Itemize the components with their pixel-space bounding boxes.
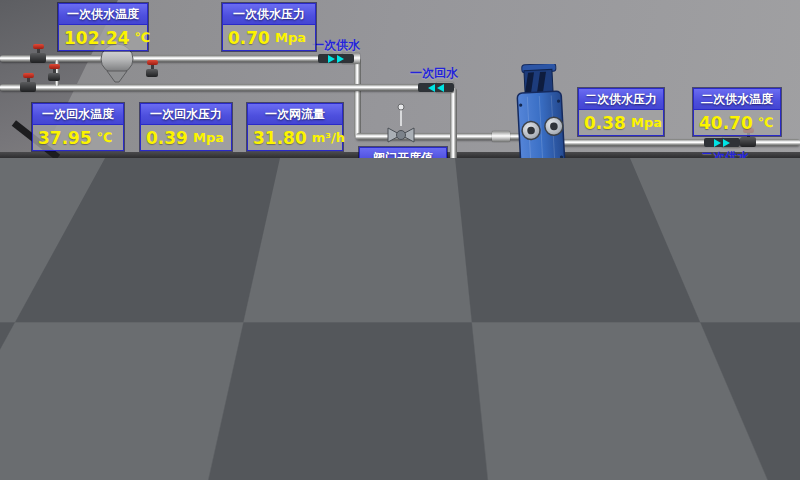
gauge-unit: ℃ <box>760 275 776 290</box>
gauge-value: 0.70 <box>228 28 270 48</box>
manual-valve-icon[interactable] <box>30 44 46 63</box>
gauge-value: 0.39 <box>146 128 188 148</box>
gauge-unit: Hz <box>343 402 361 417</box>
gauge-secondary-supply-temp: 二次供水温度 40.70℃ <box>693 88 781 136</box>
small-valve-icon[interactable] <box>146 60 158 77</box>
makeup-tie-in-valve-icon[interactable] <box>544 303 556 320</box>
gauge-label: 阀门开度值 <box>360 148 446 169</box>
gauge-secondary-supply-pressure: 二次供水压力 0.38Mpa <box>578 88 664 136</box>
gauge-unit: ℃ <box>97 130 113 145</box>
flow-arrows-right-icon <box>576 388 612 397</box>
gauge-value: 33.88 <box>284 400 338 420</box>
gauge-primary-return-pressure: 一次回水压力 0.39Mpa <box>140 103 232 151</box>
gauge-value: 31.80 <box>253 128 307 148</box>
hmi-heat-station-screen: 一次供水 一次回水 二次供水 二次回水 补水 一次供水温度 102.24℃ 一次… <box>0 0 800 480</box>
pipe-label-primary-supply: 一次供水 <box>312 37 360 54</box>
pipe-label-primary-return: 一次回水 <box>410 65 458 82</box>
gauge-label: 补水泵频率 <box>279 376 369 397</box>
pipe-primary-return <box>0 84 454 91</box>
pipe-coupling <box>733 295 751 306</box>
gauge-unit: Mpa <box>193 130 224 145</box>
pipe-primary-supply <box>0 55 358 62</box>
gauge-unit: m³/h <box>312 130 345 145</box>
pipe-label-secondary-return: 二次回水 <box>719 309 767 326</box>
pipe-label-makeup: 补水 <box>580 400 604 417</box>
gauge-value: 40.70 <box>699 113 753 133</box>
gauge-label: 一次供水压力 <box>223 4 315 25</box>
pipe-coupling <box>548 330 566 341</box>
gauge-primary-flow: 一次网流量 31.80m³/h <box>247 103 343 151</box>
gauge-label: 二次回水压力 <box>579 249 663 270</box>
small-valve-icon[interactable] <box>48 64 60 81</box>
makeup-pump-icon[interactable] <box>222 379 278 467</box>
control-valve-icon[interactable] <box>384 102 418 148</box>
gauge-unit: % <box>412 174 425 189</box>
flow-arrows-right-icon <box>704 138 740 147</box>
pipe-secondary-supply <box>558 139 800 146</box>
gauge-label: 一次回水温度 <box>33 104 123 125</box>
circulation-pump-icon[interactable] <box>486 192 546 284</box>
gauge-unit: m³ <box>88 329 107 344</box>
gauge-label: 一次网流量 <box>248 104 342 125</box>
gauge-label: 二次回水温度 <box>696 249 780 270</box>
gauge-unit: ℃ <box>135 30 151 45</box>
gauge-tank-level: 水箱液位高度 1.10m³ <box>35 302 125 350</box>
flow-arrows-right-icon <box>508 331 544 340</box>
gauge-label: 二次供水压力 <box>579 89 663 110</box>
pipe-label-secondary-supply: 二次供水 <box>701 149 749 166</box>
gauge-primary-supply-pressure: 一次供水压力 0.70Mpa <box>222 3 316 51</box>
gauge-value: 5.92 <box>365 172 407 192</box>
gauge-label: 二次供水温度 <box>694 89 780 110</box>
manual-valve-icon[interactable] <box>20 73 36 92</box>
gauge-value: 37.95 <box>38 128 92 148</box>
gauge-value: 0.38 <box>584 113 626 133</box>
gauge-value: 102.24 <box>64 28 130 48</box>
gauge-makeup-pump-freq: 补水泵频率 33.88Hz <box>278 375 370 423</box>
gauge-value: 0.27 <box>584 273 626 293</box>
gauge-label: 一次供水温度 <box>59 4 147 25</box>
gauge-unit: Mpa <box>631 115 662 130</box>
circulation-pump-icon[interactable] <box>418 196 478 288</box>
gauge-unit: ℃ <box>758 115 774 130</box>
gauge-valve-opening: 阀门开度值 5.92% <box>359 147 447 195</box>
gauge-label: 水箱液位高度 <box>36 303 124 324</box>
gauge-primary-return-temp: 一次回水温度 37.95℃ <box>32 103 124 151</box>
pipe-makeup-line-1 <box>130 332 562 339</box>
gauge-secondary-return-temp: 二次回水温度 36.63℃ <box>695 248 781 296</box>
gauge-primary-supply-temp: 一次供水温度 102.24℃ <box>58 3 148 51</box>
pipe-primary-supply-drop <box>354 58 361 138</box>
gauge-value: 1.10 <box>41 327 83 347</box>
flow-arrows-left-icon <box>418 83 454 92</box>
gauge-label: 一次回水压力 <box>141 104 231 125</box>
gauge-unit: Mpa <box>631 275 662 290</box>
makeup-pump-icon[interactable] <box>228 316 284 382</box>
gauge-unit: Mpa <box>275 30 306 45</box>
gauge-secondary-return-pressure: 二次回水压力 0.27Mpa <box>578 248 664 296</box>
flow-arrows-right-icon <box>318 54 354 63</box>
gauge-value: 36.63 <box>701 273 755 293</box>
flow-arrows-left-icon <box>489 296 525 305</box>
